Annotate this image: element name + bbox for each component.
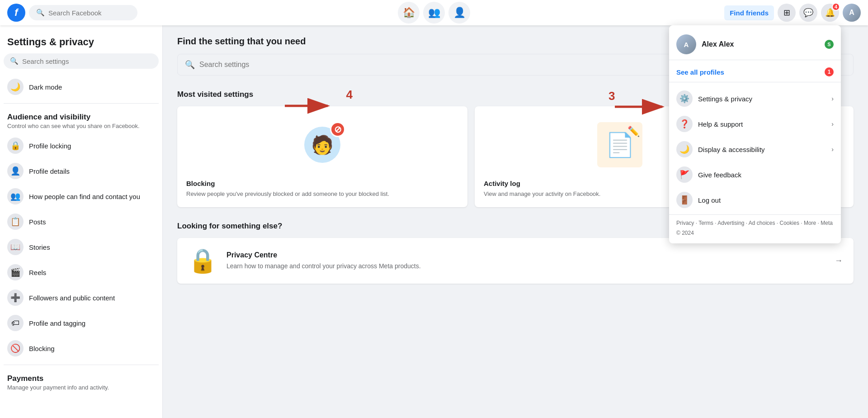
sidebar-item-followers[interactable]: ➕ Followers and public content [4, 285, 159, 310]
notifications-button[interactable]: 🔔 4 [821, 4, 839, 22]
friends-nav-button[interactable]: 👥 [423, 2, 445, 24]
audience-visibility-header: Audience and visibility [4, 107, 159, 123]
payments-desc: Manage your payment info and activity. [4, 384, 159, 394]
search-input[interactable] [48, 9, 130, 17]
blocking-icon: 🚫 [7, 340, 24, 356]
sidebar-item-dark-mode[interactable]: 🌙 Dark mode [4, 74, 159, 100]
stories-icon: 📖 [7, 239, 24, 255]
profile-details-icon: 👤 [7, 163, 24, 179]
nav-left: f 🔍 [7, 4, 161, 22]
followers-icon: ➕ [7, 290, 24, 306]
settings-privacy-label: Settings & privacy [698, 95, 826, 103]
help-support-label: Help & support [698, 120, 826, 128]
find-contact-label: How people can find and contact you [29, 193, 140, 200]
looking-section: 🔒 Privacy Centre Learn how to manage and… [177, 238, 854, 284]
dropdown-footer: Privacy · Terms · Advertising · Ad choic… [669, 214, 841, 243]
dropdown-log-out[interactable]: 🚪 Log out [669, 187, 841, 213]
profile-details-label: Profile details [29, 167, 70, 175]
sidebar-item-find-contact[interactable]: 👥 How people can find and contact you [4, 184, 159, 209]
privacy-centre-title: Privacy Centre [226, 251, 421, 259]
reels-label: Reels [29, 269, 46, 276]
dropdown-avatar: A [676, 34, 696, 54]
display-chevron-icon: › [831, 146, 834, 153]
dark-mode-icon: 🌙 [7, 79, 24, 95]
sidebar-item-profile-details[interactable]: 👤 Profile details [4, 158, 159, 184]
sidebar-search-input[interactable] [22, 57, 152, 65]
dropdown-user-row[interactable]: A Alex Alex S [669, 29, 841, 60]
sidebar-divider-1 [4, 103, 159, 104]
settings-privacy-icon: ⚙️ [676, 90, 693, 107]
help-support-icon: ❓ [676, 116, 693, 132]
blocking-card-title: Blocking [186, 180, 458, 187]
log-out-label: Log out [698, 196, 834, 204]
dropdown-help-support[interactable]: ❓ Help & support › [669, 111, 841, 137]
sidebar-divider-2 [4, 365, 159, 365]
top-navigation: f 🔍 🏠 👥 👤 Find friends ⊞ 💬 🔔 4 A [0, 0, 868, 25]
blocking-card-image: 🧑 ⊘ [186, 115, 458, 174]
sidebar-title: Settings & privacy [4, 33, 159, 50]
settings-sidebar: Settings & privacy 🔍 🌙 Dark mode Audienc… [0, 25, 163, 418]
payments-header: Payments [4, 369, 159, 384]
privacy-centre-desc: Learn how to manage and control your pri… [226, 262, 421, 271]
log-out-icon: 🚪 [676, 192, 693, 208]
help-chevron-icon: › [831, 120, 834, 128]
find-contact-icon: 👥 [7, 188, 24, 204]
profile-tagging-icon: 🏷 [7, 315, 24, 331]
audience-visibility-desc: Control who can see what you share on Fa… [4, 123, 159, 133]
dropdown-display-accessibility[interactable]: 🌙 Display & accessibility › [669, 137, 841, 162]
sidebar-search-bar[interactable]: 🔍 [4, 53, 159, 69]
content-search-icon: 🔍 [185, 60, 195, 70]
messenger-button[interactable]: 💬 [799, 4, 817, 22]
home-nav-button[interactable]: 🏠 [398, 2, 420, 24]
see-all-profiles-button[interactable]: See all profiles 1 [669, 64, 841, 82]
sidebar-item-stories[interactable]: 📖 Stories [4, 234, 159, 260]
posts-label: Posts [29, 218, 46, 226]
dropdown-settings-privacy[interactable]: ⚙️ Settings & privacy › [669, 86, 841, 111]
blocking-card-desc: Review people you've previously blocked … [186, 190, 458, 198]
dropdown-online-indicator: S [825, 40, 834, 49]
sidebar-search-icon: 🔍 [10, 57, 19, 65]
dark-mode-label: Dark mode [29, 83, 62, 91]
reels-icon: 🎬 [7, 264, 24, 280]
display-accessibility-label: Display & accessibility [698, 146, 826, 153]
profile-locking-icon: 🔒 [7, 138, 24, 154]
grid-menu-button[interactable]: ⊞ [778, 4, 796, 22]
sidebar-item-profile-locking[interactable]: 🔒 Profile locking [4, 133, 159, 158]
display-accessibility-icon: 🌙 [676, 141, 693, 157]
user-avatar-button[interactable]: A [843, 4, 861, 22]
sidebar-item-profile-tagging[interactable]: 🏷 Profile and tagging [4, 310, 159, 336]
nav-center: 🏠 👥 👤 [165, 2, 703, 24]
dropdown-give-feedback[interactable]: 🚩 Give feedback [669, 162, 841, 187]
facebook-logo[interactable]: f [7, 4, 25, 22]
sidebar-item-reels[interactable]: 🎬 Reels [4, 260, 159, 285]
nav-right: Find friends ⊞ 💬 🔔 4 A [707, 4, 861, 22]
profile-nav-button[interactable]: 👤 [448, 2, 470, 24]
give-feedback-icon: 🚩 [676, 166, 693, 183]
search-bar[interactable]: 🔍 [29, 5, 137, 20]
profile-locking-label: Profile locking [29, 142, 71, 150]
privacy-lock-icon: 🔒 [188, 247, 217, 275]
privacy-card-content: Privacy Centre Learn how to manage and c… [226, 251, 421, 271]
user-dropdown-menu: A Alex Alex S See all profiles 1 ⚙️ Sett… [669, 25, 841, 243]
stories-label: Stories [29, 243, 50, 251]
privacy-centre-card[interactable]: 🔒 Privacy Centre Learn how to manage and… [177, 238, 854, 284]
find-friends-button[interactable]: Find friends [724, 5, 774, 20]
privacy-card-arrow: → [835, 256, 843, 266]
posts-icon: 📋 [7, 214, 24, 230]
settings-chevron-icon: › [831, 95, 834, 102]
sidebar-item-posts[interactable]: 📋 Posts [4, 209, 159, 234]
blocking-label: Blocking [29, 345, 55, 352]
profile-tagging-label: Profile and tagging [29, 319, 85, 327]
followers-label: Followers and public content [29, 294, 115, 302]
notification-badge: 4 [832, 3, 840, 11]
dropdown-username: Alex Alex [702, 40, 734, 48]
sidebar-item-blocking[interactable]: 🚫 Blocking [4, 336, 159, 361]
blocking-card[interactable]: 🧑 ⊘ Blocking Review people you've previo… [177, 106, 467, 207]
give-feedback-label: Give feedback [698, 171, 834, 179]
see-all-badge: 1 [825, 67, 834, 76]
search-icon: 🔍 [36, 9, 45, 17]
